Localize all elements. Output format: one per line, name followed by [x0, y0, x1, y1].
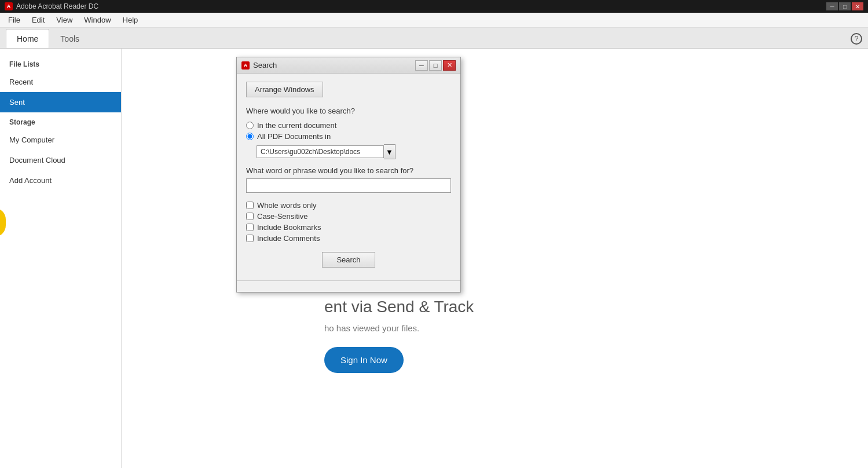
maximize-button[interactable]: □ — [839, 2, 851, 10]
checkbox-include-comments[interactable]: Include Comments — [246, 234, 451, 243]
search-submit-button[interactable]: Search — [322, 252, 375, 268]
tab-tools[interactable]: Tools — [49, 29, 90, 48]
send-track-subtitle: ho has viewed your files. — [324, 323, 474, 333]
radio-all-pdf-label: All PDF Documents in — [257, 132, 331, 141]
sidebar-section-file-lists: File Lists — [0, 54, 121, 72]
checkbox-include-comments-input[interactable] — [246, 235, 254, 242]
tab-home[interactable]: Home — [6, 29, 49, 48]
dialog-title-text: Search — [253, 61, 415, 70]
dialog-maximize-button[interactable]: □ — [429, 60, 442, 71]
dialog-minimize-button[interactable]: ─ — [415, 60, 428, 71]
help-icon[interactable]: ? — [851, 33, 862, 45]
content-area: ent via Send & Track ho has viewed your … — [122, 49, 868, 468]
app-title: Adobe Acrobat Reader DC — [16, 2, 98, 10]
checkbox-whole-words-input[interactable] — [246, 202, 254, 209]
where-question: Where would you like to search? — [246, 107, 451, 115]
menu-view[interactable]: View — [50, 13, 78, 27]
close-button[interactable]: ✕ — [852, 2, 863, 10]
checkbox-include-bookmarks-input[interactable] — [246, 224, 254, 231]
send-track-section: ent via Send & Track ho has viewed your … — [324, 298, 474, 373]
checkbox-whole-words[interactable]: Whole words only — [246, 201, 451, 210]
menu-window[interactable]: Window — [78, 13, 116, 27]
main-layout: File Lists Recent Sent Storage My Comput… — [0, 49, 868, 468]
yellow-indicator — [0, 208, 6, 237]
sidebar-item-sent[interactable]: Sent — [0, 92, 121, 112]
sidebar: File Lists Recent Sent Storage My Comput… — [0, 49, 122, 468]
sidebar-item-recent[interactable]: Recent — [0, 72, 121, 92]
dialog-close-button[interactable]: ✕ — [443, 60, 456, 71]
tab-bar: Home Tools ? — [0, 28, 868, 49]
dialog-body: Arrange Windows Where would you like to … — [237, 74, 460, 280]
arrange-windows-button[interactable]: Arrange Windows — [246, 82, 323, 97]
checkbox-include-comments-label: Include Comments — [257, 234, 320, 243]
menu-file[interactable]: File — [2, 13, 26, 27]
path-dropdown[interactable]: C:\Users\gu002ch\Desktop\docs ▼ — [257, 144, 451, 159]
menu-edit[interactable]: Edit — [26, 13, 50, 27]
checkbox-group: Whole words only Case-Sensitive Include … — [246, 201, 451, 243]
dialog-title-controls: ─ □ ✕ — [415, 60, 456, 71]
search-btn-row: Search — [246, 252, 451, 268]
radio-group: In the current document All PDF Document… — [246, 121, 451, 141]
radio-current-doc-input[interactable] — [246, 122, 254, 129]
checkbox-whole-words-label: Whole words only — [257, 201, 317, 210]
phrase-question: What word or phrase would you like to se… — [246, 166, 451, 175]
path-select[interactable]: C:\Users\gu002ch\Desktop\docs — [257, 145, 384, 158]
dialog-overlay: A Search ─ □ ✕ Arrange Windows Where — [122, 49, 868, 468]
sidebar-section-storage: Storage — [0, 112, 121, 130]
minimize-button[interactable]: ─ — [826, 2, 838, 10]
path-dropdown-arrow[interactable]: ▼ — [384, 144, 395, 159]
sidebar-item-add-account[interactable]: Add Account — [0, 170, 121, 191]
radio-current-doc[interactable]: In the current document — [246, 121, 451, 130]
sidebar-item-my-computer[interactable]: My Computer — [0, 130, 121, 150]
radio-all-pdf[interactable]: All PDF Documents in — [246, 132, 451, 141]
checkbox-include-bookmarks-label: Include Bookmarks — [257, 223, 321, 232]
phrase-input[interactable] — [246, 178, 451, 193]
radio-all-pdf-input[interactable] — [246, 133, 254, 140]
radio-current-doc-label: In the current document — [257, 121, 336, 130]
dialog-footer — [237, 280, 460, 292]
dialog-title-bar[interactable]: A Search ─ □ ✕ — [237, 57, 460, 74]
dialog-app-icon: A — [241, 61, 250, 70]
path-select-text: C:\Users\gu002ch\Desktop\docs — [261, 148, 380, 156]
search-dialog: A Search ─ □ ✕ Arrange Windows Where — [236, 57, 461, 292]
title-bar: A Adobe Acrobat Reader DC ─ □ ✕ — [0, 0, 868, 13]
app-icon: A — [5, 2, 13, 10]
checkbox-case-sensitive[interactable]: Case-Sensitive — [246, 212, 451, 221]
title-bar-controls: ─ □ ✕ — [826, 2, 863, 10]
checkbox-include-bookmarks[interactable]: Include Bookmarks — [246, 223, 451, 232]
send-track-title: ent via Send & Track — [324, 298, 474, 316]
menu-bar: File Edit View Window Help — [0, 13, 868, 28]
tab-bar-right: ? — [851, 33, 862, 48]
sign-in-button[interactable]: Sign In Now — [324, 347, 404, 373]
checkbox-case-sensitive-input[interactable] — [246, 213, 254, 220]
sidebar-item-document-cloud[interactable]: Document Cloud — [0, 150, 121, 170]
checkbox-case-sensitive-label: Case-Sensitive — [257, 212, 307, 221]
menu-help[interactable]: Help — [117, 13, 144, 27]
arrange-windows-row: Arrange Windows — [246, 82, 451, 107]
